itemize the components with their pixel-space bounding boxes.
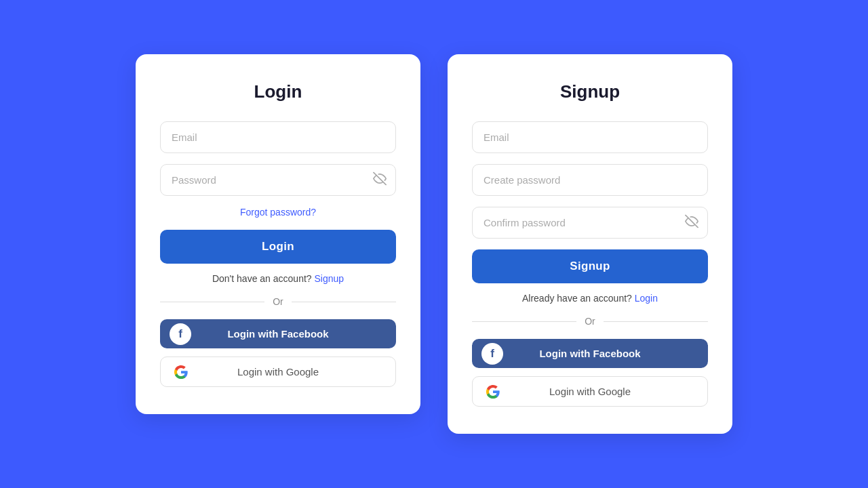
facebook-icon: f	[170, 323, 191, 345]
signup-link[interactable]: Signup	[314, 273, 344, 284]
signup-confirm-password-input[interactable]	[472, 207, 708, 239]
login-email-input[interactable]	[160, 121, 396, 153]
login-password-eye-icon[interactable]	[373, 171, 387, 188]
login-title: Login	[160, 81, 396, 102]
signup-facebook-label: Login with Facebook	[539, 348, 640, 359]
signup-create-password-group	[472, 164, 708, 196]
no-account-label: Don't have an account?	[212, 273, 312, 284]
divider-line-right	[292, 302, 396, 302]
signup-button[interactable]: Signup	[472, 249, 708, 283]
signup-facebook-button[interactable]: f Login with Facebook	[472, 339, 708, 368]
no-account-text: Don't have an account? Signup	[160, 273, 396, 284]
signup-google-button[interactable]: Login with Google	[472, 376, 708, 407]
login-or-text: Or	[273, 296, 283, 307]
signup-or-divider: Or	[472, 316, 708, 327]
login-google-button[interactable]: Login with Google	[160, 357, 396, 387]
signup-divider-left	[472, 321, 576, 322]
divider-line-left	[160, 302, 264, 302]
signup-confirm-password-group	[472, 207, 708, 239]
page-wrapper: Login Forgot password? Login Don't have …	[0, 27, 868, 461]
login-button[interactable]: Login	[160, 230, 396, 264]
signup-divider-right	[604, 321, 708, 322]
login-password-group	[160, 164, 396, 196]
login-facebook-button[interactable]: f Login with Facebook	[160, 319, 396, 348]
login-or-divider: Or	[160, 296, 396, 307]
login-email-group	[160, 121, 396, 153]
signup-create-password-input[interactable]	[472, 164, 708, 196]
have-account-label: Already have an account?	[522, 293, 632, 304]
forgot-password-link[interactable]: Forgot password?	[160, 207, 396, 218]
signup-facebook-icon: f	[481, 343, 503, 365]
signup-or-text: Or	[585, 316, 595, 327]
signup-title: Signup	[472, 81, 708, 102]
have-account-text: Already have an account? Login	[472, 293, 708, 304]
login-google-label: Login with Google	[237, 366, 319, 378]
signup-email-group	[472, 121, 708, 153]
login-password-input[interactable]	[160, 164, 396, 196]
google-icon	[170, 361, 192, 383]
login-facebook-label: Login with Facebook	[227, 328, 328, 340]
login-link[interactable]: Login	[635, 293, 658, 304]
signup-password-eye-icon[interactable]	[685, 214, 698, 231]
signup-email-input[interactable]	[472, 121, 708, 153]
signup-card: Signup Signup Already have an account? L…	[448, 54, 732, 434]
signup-google-icon	[482, 381, 504, 403]
login-card: Login Forgot password? Login Don't have …	[136, 54, 420, 414]
signup-google-label: Login with Google	[549, 386, 631, 397]
